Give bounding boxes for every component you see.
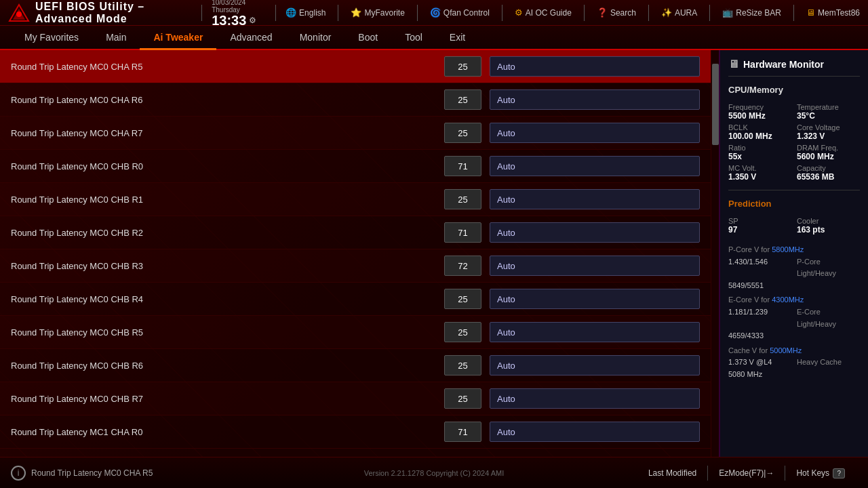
table-row[interactable]: Round Trip Latency MC0 CHB R725Auto: [0, 382, 711, 415]
table-row[interactable]: Round Trip Latency MC0 CHB R525Auto: [0, 316, 711, 349]
nav-memtest[interactable]: 🖥 MemTest86: [806, 7, 860, 18]
row-auto-value[interactable]: Auto: [490, 222, 700, 243]
row-auto-value[interactable]: Auto: [490, 256, 700, 276]
ecore-voltage: 1.181/1.239: [728, 306, 791, 330]
ratio-label: Ratio: [728, 144, 791, 152]
pcore-values: 1.430/1.546 P-Core Light/Heavy 5849/5551: [728, 256, 860, 292]
nav-aioc[interactable]: ⚙ AI OC Guide: [515, 7, 572, 18]
settings-icon[interactable]: ⚙: [249, 16, 256, 25]
table-row[interactable]: Round Trip Latency MC0 CHA R725Auto: [0, 117, 711, 150]
pcore-freq-link: 5800MHz: [772, 245, 804, 253]
row-auto-value[interactable]: Auto: [490, 189, 700, 209]
core-voltage-label: Core Voltage: [797, 123, 860, 131]
row-auto-value[interactable]: Auto: [490, 156, 700, 176]
temperature-label: Temperature: [797, 103, 860, 111]
divider-9: [793, 5, 794, 21]
nav-monitor[interactable]: Monitor: [286, 26, 345, 50]
date-display: 10/03/2024 Thursday: [212, 0, 260, 14]
hw-info-grid: Frequency 5500 MHz Temperature 35°C BCLK…: [728, 103, 860, 182]
row-auto-value[interactable]: Auto: [490, 56, 700, 77]
ezmode-button[interactable]: EzMode(F7)|→: [708, 466, 785, 481]
logo-area: UEFI BIOS Utility – Advanced Mode: [8, 1, 185, 25]
pred-cooler: Cooler 163 pts: [797, 217, 860, 235]
table-row[interactable]: Round Trip Latency MC0 CHB R372Auto: [0, 249, 711, 283]
main-content: Round Trip Latency MC0 CHA R525AutoRound…: [0, 50, 868, 457]
hw-temperature: Temperature 35°C: [797, 103, 860, 121]
row-label: Round Trip Latency MC0 CHB R4: [11, 294, 436, 304]
nav-boot[interactable]: Boot: [344, 26, 391, 50]
temperature-value: 35°C: [797, 111, 860, 121]
hw-monitor-label: Hardware Monitor: [743, 59, 824, 70]
row-auto-value[interactable]: Auto: [490, 289, 700, 309]
hw-frequency: Frequency 5500 MHz: [728, 103, 791, 121]
rog-logo: [8, 3, 30, 22]
time-display: 13:33: [212, 14, 246, 27]
row-label: Round Trip Latency MC0 CHB R0: [11, 161, 436, 171]
row-auto-value[interactable]: Auto: [490, 355, 700, 375]
cache-freq-value: 5080 MHz: [728, 369, 791, 381]
row-label: Round Trip Latency MC0 CHA R5: [11, 62, 436, 72]
top-nav: 🌐 English ⭐ MyFavorite 🌀 Qfan Control ⚙ …: [285, 5, 860, 21]
nav-main[interactable]: Main: [92, 26, 140, 50]
table-row[interactable]: Round Trip Latency MC0 CHA R525Auto: [0, 50, 711, 83]
nav-aitweaker[interactable]: Ai Tweaker: [140, 26, 216, 50]
nav-exit[interactable]: Exit: [436, 26, 479, 50]
table-row[interactable]: Round Trip Latency MC1 CHA R071Auto: [0, 415, 711, 449]
last-modified-button[interactable]: Last Modified: [637, 466, 708, 481]
row-num-value: 71: [444, 422, 481, 442]
cooler-label: Cooler: [797, 217, 860, 225]
row-label: Round Trip Latency MC0 CHA R6: [11, 95, 436, 105]
hw-capacity: Capacity 65536 MB: [797, 164, 860, 182]
hw-monitor-panel: 🖥 Hardware Monitor CPU/Memory Frequency …: [719, 50, 868, 457]
pred-sp: SP 97: [728, 217, 791, 235]
row-num-value: 25: [444, 355, 481, 375]
table-row[interactable]: Round Trip Latency MC0 CHB R425Auto: [0, 283, 711, 316]
cpu-memory-section: CPU/Memory: [728, 85, 860, 95]
row-num-value: 25: [444, 289, 481, 309]
qfan-icon: 🌀: [430, 7, 441, 18]
nav-aura[interactable]: ✨ AURA: [661, 7, 697, 18]
ecore-freq-values: 4659/4333: [728, 330, 791, 342]
core-voltage-value: 1.323 V: [797, 131, 860, 141]
table-row[interactable]: Round Trip Latency MC0 CHA R625Auto: [0, 83, 711, 117]
hw-core-voltage: Core Voltage 1.323 V: [797, 123, 860, 141]
row-auto-value[interactable]: Auto: [490, 388, 700, 409]
hot-keys-button[interactable]: Hot Keys ?: [785, 466, 857, 481]
bios-title: UEFI BIOS Utility – Advanced Mode: [35, 1, 185, 25]
nav-myfavorite[interactable]: ⭐ MyFavorite: [351, 7, 404, 18]
nav-search[interactable]: ❓ Search: [597, 7, 636, 18]
hw-ratio: Ratio 55x: [728, 144, 791, 161]
row-num-value: 25: [444, 322, 481, 342]
nav-language[interactable]: 🌐 English: [285, 7, 326, 18]
table-row[interactable]: Round Trip Latency MC0 CHB R625Auto: [0, 349, 711, 382]
row-num-value: 72: [444, 256, 481, 276]
datetime-area: 10/03/2024 Thursday 13:33 ⚙: [212, 0, 260, 27]
scrollbar-thumb[interactable]: [712, 64, 719, 145]
row-num-value: 25: [444, 388, 481, 409]
nav-qfan[interactable]: 🌀 Qfan Control: [430, 7, 490, 18]
language-label: English: [299, 8, 326, 18]
bclk-value: 100.00 MHz: [728, 131, 791, 141]
pcore-lh-label: P-Core Light/Heavy: [797, 256, 860, 280]
nav-advanced[interactable]: Advanced: [216, 26, 285, 50]
table-row[interactable]: Round Trip Latency MC0 CHB R271Auto: [0, 216, 711, 249]
table-row[interactable]: Round Trip Latency MC0 CHB R071Auto: [0, 150, 711, 183]
table-row[interactable]: Round Trip Latency MC0 CHB R125Auto: [0, 183, 711, 216]
row-auto-value[interactable]: Auto: [490, 123, 700, 143]
prediction-grid: SP 97 Cooler 163 pts: [728, 217, 860, 235]
resizebar-label: ReSize BAR: [736, 8, 781, 18]
bottom-bar: i Round Trip Latency MC0 CHA R5 Version …: [0, 457, 868, 488]
sp-label: SP: [728, 217, 791, 225]
row-label: Round Trip Latency MC0 CHB R7: [11, 394, 436, 404]
nav-favorites[interactable]: My Favorites: [11, 26, 92, 50]
ratio-value: 55x: [728, 152, 791, 161]
row-auto-value[interactable]: Auto: [490, 89, 700, 110]
nav-resizebar[interactable]: 📺 ReSize BAR: [722, 7, 781, 18]
row-auto-value[interactable]: Auto: [490, 422, 700, 442]
cache-values: 1.373 V @L4 Heavy Cache 5080 MHz: [728, 357, 860, 380]
scrollbar-track[interactable]: [711, 50, 719, 457]
row-auto-value[interactable]: Auto: [490, 322, 700, 342]
bottom-actions: Last Modified EzMode(F7)|→ Hot Keys ?: [637, 466, 857, 481]
aura-icon: ✨: [661, 7, 672, 18]
nav-tool[interactable]: Tool: [391, 26, 436, 50]
